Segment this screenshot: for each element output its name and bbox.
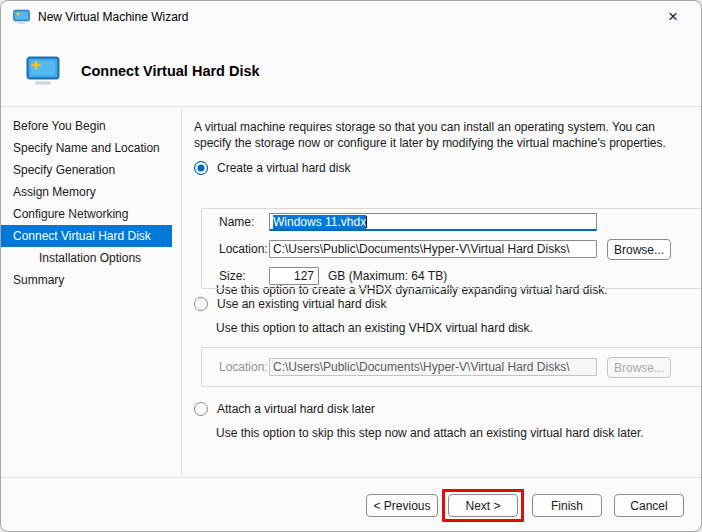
radio-label[interactable]: Attach a virtual hard disk later bbox=[217, 402, 375, 416]
location-input-disabled: C:\Users\Public\Documents\Hyper-V\Virtua… bbox=[269, 358, 597, 376]
cancel-button[interactable]: Cancel bbox=[614, 494, 684, 517]
selected-text: Windows 11.vhdx bbox=[273, 215, 366, 229]
name-label: Name: bbox=[219, 215, 254, 229]
sidebar-item-specify-name-location: Specify Name and Location bbox=[1, 137, 172, 159]
next-button[interactable]: Next > bbox=[448, 494, 518, 517]
new-vm-wizard-window: New Virtual Machine Wizard × Connect Vir… bbox=[0, 0, 702, 532]
sidebar-item-installation-options: Installation Options bbox=[1, 247, 172, 269]
radio-use-existing-virtual-hard-disk[interactable]: Use an existing virtual hard disk bbox=[194, 296, 386, 312]
previous-button[interactable]: < Previous bbox=[366, 494, 438, 517]
attach-later-option-description: Use this option to skip this step now an… bbox=[216, 426, 644, 440]
text-caret bbox=[366, 216, 367, 228]
browse-button[interactable]: Browse... bbox=[607, 239, 671, 260]
browse-button-disabled: Browse... bbox=[607, 357, 671, 378]
vm-monitor-icon bbox=[13, 9, 30, 25]
radio-create-virtual-hard-disk[interactable]: Create a virtual hard disk bbox=[194, 160, 350, 176]
sidebar-item-summary: Summary bbox=[1, 269, 172, 291]
sidebar-item-specify-generation: Specify Generation bbox=[1, 159, 172, 181]
window-title: New Virtual Machine Wizard bbox=[38, 10, 189, 24]
radio-attach-virtual-hard-disk-later[interactable]: Attach a virtual hard disk later bbox=[194, 401, 375, 417]
close-icon[interactable]: × bbox=[653, 3, 693, 31]
radio-unselected-icon[interactable] bbox=[194, 402, 208, 416]
radio-unselected-icon[interactable] bbox=[194, 297, 208, 311]
name-input[interactable]: Windows 11.vhdx bbox=[269, 213, 597, 231]
radio-selected-icon[interactable] bbox=[194, 161, 208, 175]
finish-button[interactable]: Finish bbox=[532, 494, 602, 517]
size-maximum-text: GB (Maximum: 64 TB) bbox=[328, 269, 447, 283]
sidebar-item-assign-memory: Assign Memory bbox=[1, 181, 172, 203]
radio-label[interactable]: Use an existing virtual hard disk bbox=[217, 297, 386, 311]
location-label-disabled: Location: bbox=[219, 360, 268, 374]
location-input[interactable]: C:\Users\Public\Documents\Hyper-V\Virtua… bbox=[269, 240, 597, 258]
page-title: Connect Virtual Hard Disk bbox=[81, 63, 260, 79]
size-label: Size: bbox=[219, 269, 246, 283]
titlebar: New Virtual Machine Wizard × bbox=[1, 1, 702, 33]
existing-option-description: Use this option to attach an existing VH… bbox=[216, 321, 533, 335]
sidebar-item-before-you-begin: Before You Begin bbox=[1, 115, 172, 137]
location-label: Location: bbox=[219, 242, 268, 256]
wizard-steps-sidebar: Before You Begin Specify Name and Locati… bbox=[1, 107, 181, 477]
size-input[interactable]: 127 bbox=[269, 267, 319, 285]
vm-monitor-icon bbox=[26, 56, 60, 86]
wizard-page-content: A virtual machine requires storage so th… bbox=[182, 106, 702, 478]
radio-label[interactable]: Create a virtual hard disk bbox=[217, 161, 350, 175]
sidebar-item-configure-networking: Configure Networking bbox=[1, 203, 172, 225]
intro-text: A virtual machine requires storage so th… bbox=[194, 119, 690, 151]
sidebar-item-connect-virtual-hard-disk: Connect Virtual Hard Disk bbox=[1, 225, 172, 247]
wizard-footer: < Previous Next > Finish Cancel bbox=[1, 478, 702, 532]
